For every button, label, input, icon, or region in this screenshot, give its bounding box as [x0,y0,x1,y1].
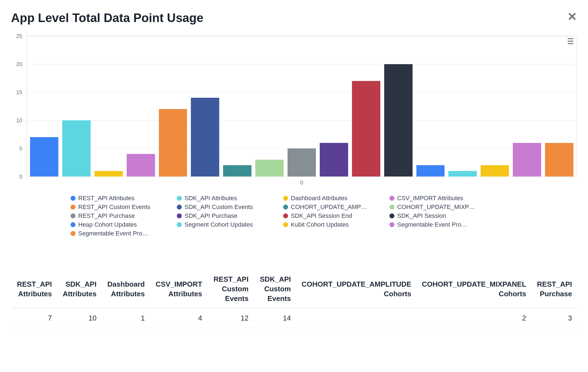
bar[interactable] [94,171,123,177]
table-header-cell: SDK_API Attributes [57,270,102,308]
legend-item[interactable]: Dashboard Attributes [283,195,383,202]
legend-dot-icon [283,222,288,227]
legend-item[interactable]: Segmentable Event Pro… [389,221,489,228]
table-header-cell: Dashboard Attributes [101,270,150,308]
table-cell: 14 [253,308,296,328]
bar[interactable] [352,81,380,177]
table-cell: 10 [57,308,102,328]
legend-label: Dashboard Attributes [291,195,347,202]
legend-label: REST_API Attributes [78,195,134,202]
legend-item[interactable]: Kubit Cohort Updates [283,221,383,228]
chart-bars [30,36,573,177]
table-cell: 3 [531,308,577,328]
legend-item[interactable]: COHORT_UPDATE_MIXP… [389,203,489,211]
bar[interactable] [448,171,477,177]
table-header-cell: REST_API Purchase [531,270,577,308]
legend-label: REST_API Purchase [78,212,135,219]
chart: ☰ 0510152025 [26,36,577,177]
legend-item[interactable]: REST_API Custom Events [71,203,170,211]
legend-dot-icon [283,196,288,201]
legend-item[interactable]: SDK_API Attributes [177,195,277,202]
legend-dot-icon [177,196,182,201]
bar[interactable] [30,137,58,177]
legend-item[interactable]: Segment Cohort Updates [177,221,277,228]
legend-item[interactable]: REST_API Attributes [71,195,170,202]
legend-label: SDK_API Custom Events [185,203,253,211]
legend-label: SDK_API Session End [291,212,352,219]
close-icon[interactable]: ✕ [567,11,577,23]
legend-label: Heap Cohort Updates [78,221,137,228]
table-header-cell: COHORT_UPDATE_MIXPANEL Cohorts [416,270,531,308]
y-tick: 0 [19,173,22,180]
legend-dot-icon [177,222,182,227]
legend-dot-icon [177,213,182,218]
table-cell: 2 [416,308,531,328]
legend-label: CSV_IMPORT Attributes [397,195,463,202]
table-header-cell: SDK_API Custom Events [253,270,296,308]
bar[interactable] [127,154,155,177]
legend-label: SDK_API Attributes [185,195,237,202]
table-header-cell: COHORT_UPDATE_AMPLITUDE Cohorts [296,270,416,308]
legend-item[interactable]: Heap Cohort Updates [71,221,170,228]
bar[interactable] [481,165,509,177]
data-table-wrapper[interactable]: REST_API AttributesSDK_API AttributesDas… [11,270,577,328]
bar[interactable] [255,160,284,177]
bar[interactable] [191,98,219,177]
table-header-cell: REST_API Custom Events [207,270,253,308]
legend-dot-icon [389,196,394,201]
legend-label: COHORT_UPDATE_AMP… [291,203,367,211]
legend-label: SDK_API Session [397,212,446,219]
legend-item[interactable]: SDK_API Purchase [177,212,277,219]
legend-label: COHORT_UPDATE_MIXP… [397,203,475,211]
legend-item[interactable]: SDK_API Session End [283,212,383,219]
legend-label: Segmentable Event Pro… [78,230,148,237]
legend-item[interactable]: SDK_API Custom Events [177,203,277,211]
x-axis-label: 0 [26,180,577,186]
legend-dot-icon [283,213,288,218]
legend-dot-icon [71,222,75,227]
legend-dot-icon [71,205,75,210]
bar[interactable] [223,165,251,177]
legend-dot-icon [177,205,182,210]
legend-label: REST_API Custom Events [78,203,150,211]
y-tick: 20 [16,61,22,67]
bar[interactable] [320,143,348,177]
legend-label: SDK_API Purchase [185,212,237,219]
table-cell: 12 [207,308,253,328]
bar[interactable] [288,148,316,177]
legend-dot-icon [283,205,288,210]
y-tick: 15 [16,89,22,96]
legend-item[interactable]: SDK_API Session [389,212,489,219]
table-cell: 4 [150,308,207,328]
legend-dot-icon [71,196,75,201]
bar[interactable] [62,120,91,177]
legend-label: Kubit Cohort Updates [291,221,349,228]
legend-dot-icon [71,213,75,218]
y-axis: 0510152025 [11,36,25,177]
legend-item[interactable]: REST_API Purchase [71,212,170,219]
y-tick: 10 [16,117,22,124]
table-header-cell: CSV_IMPORT Attributes [150,270,207,308]
legend-item[interactable]: Segmentable Event Pro… [71,230,170,237]
table-cell: 1 [101,308,150,328]
data-table: REST_API AttributesSDK_API AttributesDas… [11,270,577,328]
page-title: App Level Total Data Point Usage [11,11,577,25]
bar[interactable] [159,109,187,177]
bar[interactable] [545,143,573,177]
y-tick: 5 [19,145,22,152]
table-cell: 7 [11,308,57,328]
table-cell [296,308,416,328]
bar[interactable] [513,143,541,177]
table-header-row: REST_API AttributesSDK_API AttributesDas… [11,270,577,308]
legend-item[interactable]: COHORT_UPDATE_AMP… [283,203,383,211]
legend-dot-icon [389,205,394,210]
legend-label: Segment Cohort Updates [185,221,253,228]
legend-label: Segmentable Event Pro… [397,221,467,228]
chart-legend: REST_API AttributesSDK_API AttributesDas… [26,195,489,237]
bar[interactable] [416,165,445,177]
legend-item[interactable]: CSV_IMPORT Attributes [389,195,489,202]
legend-dot-icon [389,213,394,218]
bar[interactable] [384,64,413,177]
legend-dot-icon [71,231,75,236]
gridline [27,177,577,177]
